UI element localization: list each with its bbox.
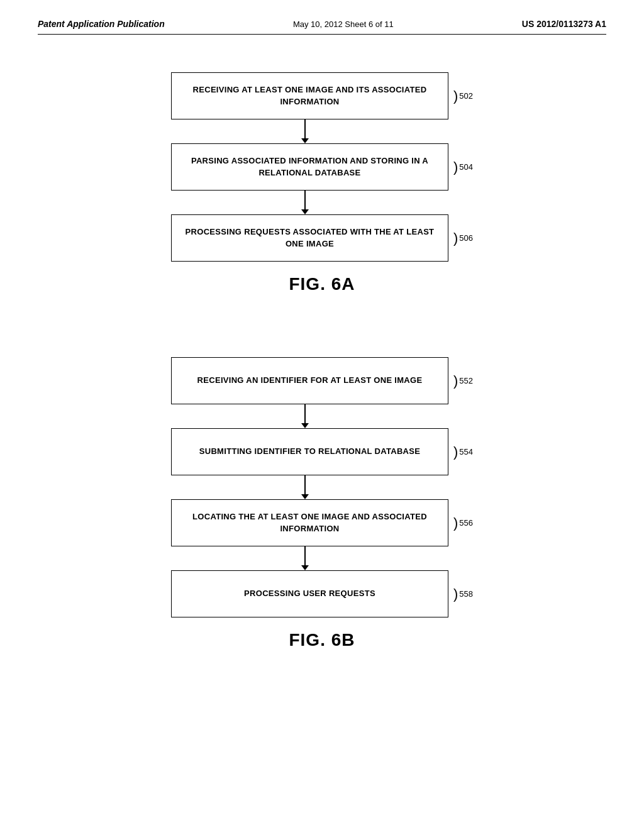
- arrow-554: [171, 475, 473, 499]
- fig6a-flowchart: RECEIVING AT LEAST ONE IMAGE AND ITS ASS…: [171, 72, 473, 262]
- flow-box-504: PARSING ASSOCIATED INFORMATION AND STORI…: [171, 143, 448, 191]
- flow-step: PARSING ASSOCIATED INFORMATION AND STORI…: [171, 143, 473, 191]
- step-num-504: (504: [453, 160, 473, 174]
- flow-box-554: SUBMITTING IDENTIFIER TO RELATIONAL DATA…: [171, 428, 448, 475]
- step-num-502: (502: [453, 89, 473, 103]
- fig6b-flowchart: RECEIVING AN IDENTIFIER FOR AT LEAST ONE…: [171, 357, 473, 617]
- fig6a-label: FIG. 6A: [289, 274, 355, 294]
- header-date-sheet: May 10, 2012 Sheet 6 of 11: [293, 19, 394, 29]
- flow-box-506: PROCESSING REQUESTS ASSOCIATED WITH THE …: [171, 214, 448, 262]
- page-header: Patent Application Publication May 10, 2…: [38, 19, 606, 35]
- patent-page: Patent Application Publication May 10, 2…: [0, 0, 644, 830]
- fig6b-label: FIG. 6B: [289, 630, 355, 650]
- header-patent-number: US 2012/0113273 A1: [522, 19, 606, 29]
- flow-step: LOCATING THE AT LEAST ONE IMAGE AND ASSO…: [171, 499, 473, 546]
- header-publication-label: Patent Application Publication: [38, 19, 165, 29]
- step-num-554: (554: [453, 445, 473, 459]
- flow-box-552: RECEIVING AN IDENTIFIER FOR AT LEAST ONE…: [171, 357, 448, 404]
- fig6b-section: RECEIVING AN IDENTIFIER FOR AT LEAST ONE…: [38, 357, 606, 682]
- flow-step: RECEIVING AN IDENTIFIER FOR AT LEAST ONE…: [171, 357, 473, 404]
- fig6a-section: RECEIVING AT LEAST ONE IMAGE AND ITS ASS…: [38, 72, 606, 326]
- step-num-552: (552: [453, 374, 473, 388]
- flow-box-558: PROCESSING USER REQUESTS: [171, 570, 448, 617]
- flow-step: PROCESSING REQUESTS ASSOCIATED WITH THE …: [171, 214, 473, 262]
- arrow-552: [171, 404, 473, 428]
- arrow-502: [171, 119, 473, 143]
- arrow-556: [171, 546, 473, 570]
- flow-step: SUBMITTING IDENTIFIER TO RELATIONAL DATA…: [171, 428, 473, 475]
- step-num-556: (556: [453, 516, 473, 530]
- step-num-506: (506: [453, 231, 473, 245]
- flow-step: PROCESSING USER REQUESTS(558: [171, 570, 473, 617]
- flow-step: RECEIVING AT LEAST ONE IMAGE AND ITS ASS…: [171, 72, 473, 119]
- flow-box-556: LOCATING THE AT LEAST ONE IMAGE AND ASSO…: [171, 499, 448, 546]
- step-num-558: (558: [453, 587, 473, 601]
- flow-box-502: RECEIVING AT LEAST ONE IMAGE AND ITS ASS…: [171, 72, 448, 119]
- arrow-504: [171, 191, 473, 214]
